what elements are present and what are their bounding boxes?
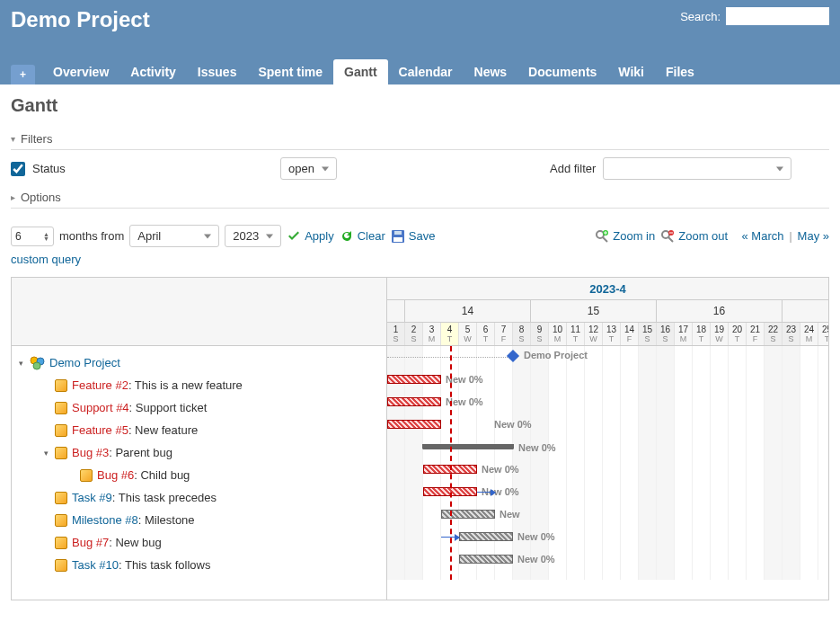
ticket-icon	[55, 447, 67, 459]
new-tab-button[interactable]: +	[11, 65, 35, 84]
issue-collapse-toggle[interactable]: ▾	[44, 449, 55, 458]
issue-link[interactable]: Feature #5	[72, 423, 128, 437]
check-icon	[287, 229, 301, 244]
gantt-day-header: 7F	[495, 323, 513, 345]
dependency-arrow	[477, 492, 495, 493]
gantt-day-header: 1S	[387, 323, 405, 345]
filters-toggle[interactable]: ▾ Filters	[11, 129, 829, 150]
tab-issues[interactable]: Issues	[187, 59, 248, 84]
prev-month-link[interactable]: « March	[742, 229, 784, 243]
options-toggle[interactable]: ▸ Options	[11, 187, 829, 209]
svg-point-11	[33, 362, 40, 369]
gantt-day-header: 13T	[603, 323, 621, 345]
gantt-bar-label: New 0%	[494, 419, 532, 430]
svg-line-7	[668, 237, 673, 242]
issue-link[interactable]: Bug #6	[97, 468, 134, 482]
issue-title: : Child bug	[134, 468, 190, 482]
gantt-day-header: 3M	[423, 323, 441, 345]
gantt-bar-label: New 0%	[482, 464, 519, 475]
issue-row[interactable]: Task #9: This task precedes	[12, 486, 386, 509]
issue-link[interactable]: Support #4	[72, 401, 129, 414]
gantt-bar-label: New 0%	[517, 554, 555, 564]
ticket-icon	[55, 379, 67, 392]
issue-title: : This is a new feature	[128, 378, 243, 392]
svg-rect-1	[393, 237, 402, 242]
zoom-in-button[interactable]: Zoom in	[595, 229, 655, 244]
add-filter-select[interactable]	[603, 157, 791, 180]
gantt-week-header: 16	[657, 300, 783, 322]
tab-calendar[interactable]: Calendar	[388, 59, 464, 84]
gantt-day-header: 18T	[693, 323, 711, 345]
disk-icon	[391, 229, 405, 244]
search-input[interactable]	[726, 7, 829, 25]
issue-link[interactable]: Bug #3	[72, 446, 109, 459]
zoom-in-icon	[595, 229, 609, 244]
save-button[interactable]: Save	[391, 229, 436, 244]
project-bar-label: Demo Project	[524, 350, 588, 360]
tab-spent-time[interactable]: Spent time	[247, 59, 333, 84]
ticket-icon	[55, 559, 67, 572]
issue-row[interactable]: Feature #5: New feature	[12, 419, 386, 441]
issue-row[interactable]: Support #4: Support ticket	[12, 396, 386, 419]
tab-overview[interactable]: Overview	[42, 59, 119, 84]
gantt-bar[interactable]: New 0%	[459, 555, 513, 564]
year-select[interactable]: 2023	[225, 225, 281, 247]
month-select[interactable]: April	[129, 225, 219, 247]
tab-files[interactable]: Files	[655, 59, 705, 84]
ticket-icon	[80, 469, 93, 482]
issue-row[interactable]: Milestone #8: Milestone	[12, 509, 386, 531]
issue-link[interactable]: Milestone #8	[72, 513, 138, 527]
gantt-bar[interactable]: New 0%	[423, 444, 513, 449]
tab-documents[interactable]: Documents	[517, 59, 607, 84]
gantt-week-header: 14	[405, 300, 531, 322]
months-from-label: months from	[59, 229, 124, 243]
svg-rect-2	[394, 231, 402, 235]
tab-news[interactable]: News	[464, 59, 518, 84]
zoom-out-button[interactable]: Zoom out	[660, 229, 728, 244]
issue-title: : This task follows	[119, 558, 210, 572]
filters-legend: Filters	[21, 132, 52, 146]
status-filter-label: Status	[32, 162, 66, 175]
status-filter-checkbox[interactable]	[11, 162, 25, 176]
ticket-icon	[55, 537, 67, 549]
project-link[interactable]: Demo Project	[49, 356, 120, 369]
gantt-bar[interactable]: New 0%	[387, 397, 441, 406]
gantt-day-header: 10M	[549, 323, 567, 345]
clear-button[interactable]: Clear	[340, 229, 385, 244]
gantt-day-header: 9S	[531, 323, 549, 345]
options-legend: Options	[21, 191, 61, 204]
issue-link[interactable]: Feature #2	[72, 378, 128, 392]
issue-row[interactable]: Bug #7: New bug	[12, 531, 386, 554]
status-operator-select[interactable]: open	[280, 157, 337, 180]
issue-row[interactable]: Feature #2: This is a new feature	[12, 374, 386, 396]
issue-link[interactable]: Bug #7	[72, 536, 109, 549]
gantt-bar-label: New 0%	[518, 442, 556, 453]
gantt-bar[interactable]: New 0%	[459, 532, 513, 541]
custom-query-link[interactable]: custom query	[11, 253, 81, 266]
gantt-day-header: 21F	[747, 323, 765, 345]
reload-icon	[340, 229, 354, 244]
issue-title: : New feature	[128, 423, 198, 437]
today-line	[450, 346, 452, 580]
months-input[interactable]: 6 ▲▼	[11, 227, 54, 246]
issue-row[interactable]: Bug #6: Child bug	[12, 464, 386, 486]
issue-link[interactable]: Task #10	[72, 558, 119, 572]
gantt-bar[interactable]: New 0%	[387, 375, 441, 384]
gantt-day-header: 17M	[675, 323, 693, 345]
issue-row[interactable]: Task #10: This task follows	[12, 554, 386, 576]
gantt-bar[interactable]: New 0%	[387, 420, 441, 429]
gantt-day-header: 23S	[783, 323, 800, 345]
apply-button[interactable]: Apply	[287, 229, 334, 244]
gantt-day-header: 19W	[711, 323, 729, 345]
next-month-link[interactable]: May »	[798, 229, 829, 243]
tab-gantt[interactable]: Gantt	[333, 59, 388, 84]
project-title[interactable]: Demo Project	[11, 7, 150, 32]
tab-wiki[interactable]: Wiki	[607, 59, 655, 84]
issue-link[interactable]: Task #9	[72, 491, 112, 504]
add-filter-label: Add filter	[550, 162, 596, 175]
project-collapse-toggle[interactable]: ▾	[19, 359, 30, 368]
tab-activity[interactable]: Activity	[119, 59, 187, 84]
issue-row[interactable]: ▾Bug #3: Parent bug	[12, 441, 386, 464]
gantt-day-header: 8S	[513, 323, 531, 345]
gantt-bar[interactable]: New	[441, 510, 495, 519]
